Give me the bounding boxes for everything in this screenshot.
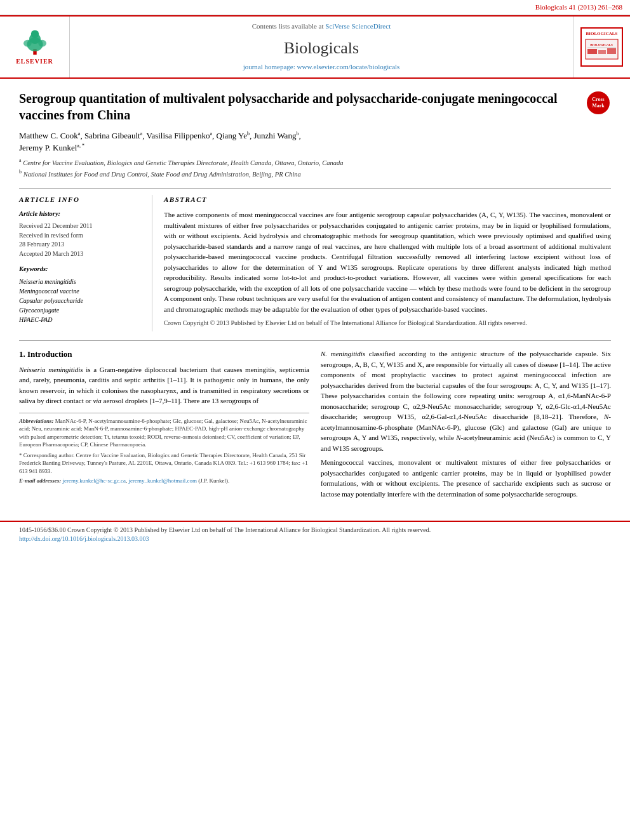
svg-rect-10 (598, 50, 606, 54)
article-content: Serogroup quantitation of multivalent po… (0, 79, 630, 521)
intro-title: 1. Introduction (19, 349, 309, 360)
citation-text: Biologicals 41 (2013) 261–268 (535, 3, 622, 11)
issn-text: 1045-1056/$36.00 Crown Copyright © 2013 … (19, 526, 611, 535)
keywords-label: Keywords: (19, 265, 144, 274)
top-bar: Biologicals 41 (2013) 261–268 (0, 0, 630, 15)
author-sabrina: Sabrina Gibeault (84, 131, 140, 140)
intro-paragraph-3: Meningococcal vaccines, monovalent or mu… (321, 457, 611, 499)
article-title-section: Serogroup quantitation of multivalent po… (19, 90, 611, 123)
footnote-area: Abbreviations: ManNAc-6-P, N-acetylmanno… (19, 413, 309, 485)
abbreviations-label: Abbreviations: (19, 418, 55, 424)
abstract-heading-text: Abstract (164, 196, 207, 203)
section-title-text: Introduction (27, 349, 72, 359)
author-sup-a4: a, * (77, 143, 84, 149)
affil-sup-a: a (19, 157, 22, 163)
author-matthew: Matthew C. Cook (19, 131, 78, 140)
author-sup-a1: a (78, 130, 81, 136)
crossmark-icon[interactable]: Cross Mark (586, 90, 611, 116)
author-sup-b2: b (296, 130, 298, 136)
corresponding-text: * Corresponding author. Centre for Vacci… (19, 451, 309, 476)
biologicals-logo-decoration: BIOLOGICALS (584, 38, 619, 63)
author-vasilisa: Vasilisa Filippenko (146, 131, 210, 140)
author-sup-b1: b (247, 130, 250, 136)
journal-header-center: Contents lists available at SciVerse Sci… (70, 17, 573, 77)
doi-link[interactable]: http://dx.doi.org/10.1016/j.biologicals.… (19, 535, 149, 542)
article-info-heading-text: Article Info (19, 196, 79, 203)
elsevier-text: ELSEVIER (16, 57, 53, 66)
bottom-bar: 1045-1056/$36.00 Crown Copyright © 2013 … (0, 521, 630, 547)
article-title: Serogroup quantitation of multivalent po… (19, 90, 578, 123)
keyword-5: HPAEC-PAD (19, 315, 144, 324)
email-label: E-mail addresses: (19, 477, 63, 484)
intro-text-left: Neisseria meningitidis is a Gram-negativ… (19, 364, 309, 406)
two-col-section: Article Info Article history: Received 2… (19, 188, 611, 331)
sciverse-link[interactable]: SciVerse ScienceDirect (325, 22, 391, 30)
keywords-section: Keywords: Neisseria meningitidis Meningo… (19, 265, 144, 324)
affil-sup-b: b (19, 169, 22, 175)
doi-line: http://dx.doi.org/10.1016/j.biologicals.… (19, 535, 611, 543)
abstract-col: Abstract The active components of most m… (164, 195, 611, 331)
elsevier-tree-icon (16, 27, 54, 56)
email-1[interactable]: jeremy.kunkel@hc-sc.gc.ca (63, 477, 126, 484)
keyword-1: Neisseria meningitidis (19, 277, 144, 286)
authors-line: Matthew C. Cooka, Sabrina Gibeaulta, Vas… (19, 130, 611, 154)
abbreviations-content: ManNAc-6-P, N-acetylmannosamine-6-phosph… (19, 418, 307, 448)
email-2[interactable]: jeremy_kunkel@hotmail.com (128, 477, 197, 484)
author-sup-a2: a (140, 130, 143, 136)
affil-text-2: National Institutes for Food and Drug Co… (23, 170, 301, 177)
revised-date: Received in revised form 28 February 201… (19, 231, 144, 249)
abstract-text: The active components of most meningococ… (164, 210, 611, 328)
body-right: N. meningitidis classified according to … (321, 349, 611, 503)
page-wrapper: Biologicals 41 (2013) 261–268 ELSEVIER C… (0, 0, 630, 547)
article-history-label: Article history: (19, 210, 144, 219)
author-qiang: Qiang Ye (217, 131, 247, 140)
svg-text:Cross: Cross (592, 97, 604, 102)
biologicals-logo-icon: BIOLOGICALS (584, 38, 619, 60)
svg-point-5 (38, 40, 46, 47)
email-person: (J.P. Kunkel). (198, 477, 229, 484)
accepted-date: Accepted 20 March 2013 (19, 250, 144, 258)
author-jeremy: Jeremy P. Kunkel (19, 143, 77, 152)
svg-rect-11 (607, 48, 616, 54)
journal-homepage: journal homepage: www.elsevier.com/locat… (243, 62, 400, 72)
abstract-copyright: Crown Copyright © 2013 Published by Else… (164, 318, 611, 328)
intro-text-right: N. meningitidis classified according to … (321, 349, 611, 499)
svg-rect-9 (587, 49, 597, 54)
n-acetyl2-italic: N (456, 434, 460, 441)
abbreviations-text: Abbreviations: ManNAc-6-P, N-acetylmanno… (19, 417, 309, 449)
neisseria-italic: Neisseria meningitidis (19, 366, 83, 373)
affil-text-1: Centre for Vaccine Evaluation, Biologics… (23, 159, 343, 166)
sciverse-prefix: Contents lists available at (252, 22, 325, 30)
received-date: Received 22 December 2011 (19, 222, 144, 230)
journal-logo-right: BIOLOGICALS BIOLOGICALS (573, 17, 630, 77)
article-info-heading: Article Info (19, 195, 144, 204)
intro-paragraph-2: N. meningitidis classified according to … (321, 349, 611, 453)
svg-point-4 (23, 40, 32, 47)
affiliations: a Centre for Vaccine Evaluation, Biologi… (19, 157, 611, 179)
journal-title: Biologicals (284, 37, 359, 60)
biologicals-logo-text: BIOLOGICALS (584, 31, 619, 36)
svg-text:BIOLOGICALS: BIOLOGICALS (590, 43, 613, 46)
affil-line-2: b National Institutes for Food and Drug … (19, 168, 611, 179)
n-meningitidis-italic: N. meningitidis (321, 350, 365, 357)
svg-point-3 (30, 30, 39, 39)
elsevier-logo: ELSEVIER (16, 27, 54, 66)
main-body: 1. Introduction Neisseria meningitidis i… (19, 340, 611, 509)
keyword-2: Meningococcal vaccine (19, 286, 144, 296)
article-info-col: Article Info Article history: Received 2… (19, 195, 152, 331)
n-acetyl-italic: N (604, 413, 608, 420)
section-number: 1. (19, 349, 25, 359)
keyword-4: Glycoconjugate (19, 305, 144, 315)
journal-header: ELSEVIER Contents lists available at Sci… (0, 15, 630, 78)
svg-text:Mark: Mark (592, 103, 605, 109)
corresponding-star: * Corresponding author. (19, 452, 76, 458)
via-italic: via (93, 397, 101, 404)
revised-text: Received in revised form (19, 232, 83, 239)
body-left: 1. Introduction Neisseria meningitidis i… (19, 349, 309, 503)
elsevier-logo-area: ELSEVIER (0, 17, 70, 77)
abstract-paragraph: The active components of most meningococ… (164, 210, 611, 314)
author-sup-a3: a (210, 130, 212, 136)
author-junzhi: Junzhi Wang (253, 131, 296, 140)
keyword-3: Capsular polysaccharide (19, 296, 144, 305)
affil-line-1: a Centre for Vaccine Evaluation, Biologi… (19, 157, 611, 168)
